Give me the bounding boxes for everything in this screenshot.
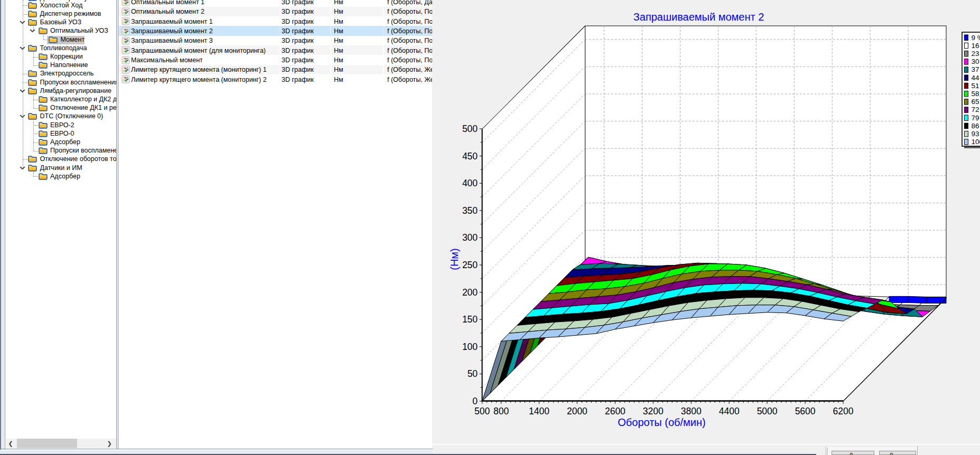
svg-text:Запрашиваемый момент 2: Запрашиваемый момент 2 [633, 11, 764, 23]
svg-text:51 %: 51 % [972, 82, 980, 90]
svg-text:(Нм): (Нм) [449, 248, 460, 270]
svg-text:3800: 3800 [681, 406, 702, 416]
svg-text:4400: 4400 [719, 406, 740, 416]
svg-text:37 %: 37 % [972, 65, 980, 73]
svg-text:23 %: 23 % [972, 50, 980, 58]
svg-text:800: 800 [493, 406, 509, 416]
svg-text:3200: 3200 [643, 406, 664, 416]
svg-text:50: 50 [468, 368, 478, 379]
svg-text:72 %: 72 % [972, 106, 980, 113]
svg-text:9 %: 9 % [972, 34, 980, 42]
svg-text:44 %: 44 % [972, 74, 980, 82]
svg-text:100 %: 100 % [972, 138, 980, 146]
svg-text:300: 300 [462, 232, 478, 243]
svg-text:2000: 2000 [567, 406, 587, 416]
svg-text:150: 150 [462, 314, 478, 325]
svg-text:2600: 2600 [605, 406, 626, 416]
svg-text:5600: 5600 [795, 406, 816, 416]
svg-text:79 %: 79 % [972, 114, 980, 122]
svg-text:0: 0 [472, 396, 478, 406]
svg-text:30 %: 30 % [972, 58, 980, 65]
svg-text:65 %: 65 % [972, 98, 980, 106]
svg-text:250: 250 [462, 260, 478, 270]
svg-text:500: 500 [462, 124, 478, 134]
svg-text:58 %: 58 % [972, 90, 980, 98]
svg-text:16 %: 16 % [972, 42, 980, 50]
svg-text:Обороты (об/мин): Обороты (об/мин) [618, 416, 705, 428]
svg-text:500: 500 [474, 406, 490, 416]
svg-text:86 %: 86 % [972, 122, 980, 130]
svg-text:6200: 6200 [833, 406, 854, 416]
svg-text:400: 400 [462, 178, 478, 188]
svg-text:93 %: 93 % [972, 130, 980, 138]
svg-text:350: 350 [462, 205, 478, 216]
svg-text:5000: 5000 [757, 406, 778, 416]
svg-text:100: 100 [462, 342, 478, 352]
svg-text:200: 200 [462, 287, 478, 298]
svg-text:1400: 1400 [529, 406, 549, 416]
svg-text:450: 450 [462, 151, 478, 162]
